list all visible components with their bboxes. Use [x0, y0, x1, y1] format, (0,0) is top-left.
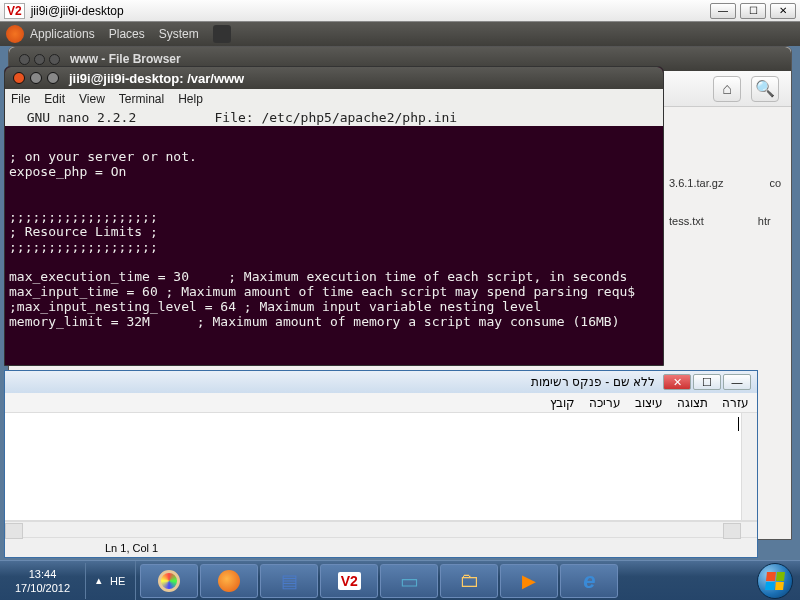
gnome-panel: Applications Places System [0, 22, 800, 46]
taskbar-paint-button[interactable] [140, 564, 198, 598]
terminal-menubar: File Edit View Terminal Help [5, 89, 663, 109]
notepad-menu-help[interactable]: עזרה [722, 396, 749, 410]
terminal-title: jii9i@jii9i-desktop: /var/www [69, 71, 244, 86]
language-indicator[interactable]: HE [110, 575, 125, 587]
mediaplayer-icon: ▶ [522, 570, 536, 592]
wordpad-icon: ▤ [281, 570, 298, 592]
folder-icon: 🗀 [459, 569, 479, 592]
notepad-menu-format[interactable]: עיצוב [635, 396, 663, 410]
fb-minimize-button[interactable] [34, 54, 45, 65]
terminal-menu-terminal[interactable]: Terminal [119, 92, 164, 106]
ubuntu-logo-icon [6, 25, 24, 43]
notepad-text-area[interactable] [5, 413, 757, 521]
gnome-menu-system[interactable]: System [159, 27, 199, 41]
notepad-minimize-button[interactable]: — [723, 374, 751, 390]
terminal-close-button[interactable] [13, 72, 25, 84]
vnc-maximize-button[interactable]: ☐ [740, 3, 766, 19]
windows-orb-icon [757, 563, 793, 599]
fb-home-button[interactable]: ⌂ [713, 76, 741, 102]
terminal-menu-file[interactable]: File [11, 92, 30, 106]
ie-icon: e [583, 568, 595, 594]
notepad-menubar: קובץ עריכה עיצוב תצוגה עזרה [5, 393, 757, 413]
terminal-menu-view[interactable]: View [79, 92, 105, 106]
notepad-title: ללא שם - פנקס רשימות [11, 375, 663, 389]
notepad-menu-file[interactable]: קובץ [550, 396, 575, 410]
vnc-titlebar: V2 jii9i@jii9i-desktop — ☐ ✕ [0, 0, 800, 22]
taskbar-ie-button[interactable]: e [560, 564, 618, 598]
file-label: tess.txt [669, 215, 704, 227]
taskbar-tray: ▴ HE [86, 561, 136, 600]
file-browser-title: www - File Browser [70, 52, 181, 66]
notepad-scrollbar-horizontal[interactable] [5, 521, 757, 537]
terminal-maximize-button[interactable] [47, 72, 59, 84]
vnc-title: jii9i@jii9i-desktop [31, 4, 124, 18]
file-label: co [769, 177, 781, 189]
start-button[interactable] [750, 561, 800, 601]
vnc-close-button[interactable]: ✕ [770, 3, 796, 19]
file-item[interactable]: 3.6.1.tar.gz co [669, 177, 791, 189]
firefox-icon [218, 570, 240, 592]
vnc-icon: V2 [338, 572, 361, 590]
terminal-titlebar[interactable]: jii9i@jii9i-desktop: /var/www [5, 67, 663, 89]
file-label: 3.6.1.tar.gz [669, 177, 723, 189]
fb-search-button[interactable]: 🔍 [751, 76, 779, 102]
terminal-minimize-button[interactable] [30, 72, 42, 84]
file-item[interactable]: tess.txt htr [669, 215, 791, 227]
fb-close-button[interactable] [19, 54, 30, 65]
paint-icon [158, 570, 180, 592]
windows-taskbar: 13:44 17/10/2012 ▴ HE ▤ V2 ▭ 🗀 ▶ e [0, 560, 800, 600]
taskbar-wordpad-button[interactable]: ▤ [260, 564, 318, 598]
notepad-menu-edit[interactable]: עריכה [589, 396, 621, 410]
gnome-menu-places[interactable]: Places [109, 27, 145, 41]
taskbar-vnc-button[interactable]: V2 [320, 564, 378, 598]
taskbar-time: 13:44 [0, 567, 85, 581]
vnc-logo: V2 [4, 3, 25, 19]
taskbar-explorer-button[interactable]: 🗀 [440, 564, 498, 598]
taskbar-firefox-button[interactable] [200, 564, 258, 598]
file-label: htr [758, 215, 771, 227]
taskbar-date: 17/10/2012 [0, 581, 85, 595]
notepad-cursor-position: Ln 1, Col 1 [105, 542, 158, 554]
terminal-menu-edit[interactable]: Edit [44, 92, 65, 106]
notepad-titlebar[interactable]: ✕ ☐ — ללא שם - פנקס רשימות [5, 371, 757, 393]
notepad-icon: ▭ [400, 569, 419, 593]
nano-status-bar: GNU nano 2.2.2 File: /etc/php5/apache2/p… [5, 109, 663, 126]
notepad-maximize-button[interactable]: ☐ [693, 374, 721, 390]
notepad-statusbar: Ln 1, Col 1 [5, 537, 757, 557]
tray-expand-icon[interactable]: ▴ [96, 574, 102, 587]
notepad-close-button[interactable]: ✕ [663, 374, 691, 390]
terminal-menu-help[interactable]: Help [178, 92, 203, 106]
firefox-launcher-icon[interactable] [213, 25, 231, 43]
vnc-minimize-button[interactable]: — [710, 3, 736, 19]
text-cursor [738, 417, 739, 431]
taskbar-clock[interactable]: 13:44 17/10/2012 [0, 563, 86, 599]
notepad-menu-view[interactable]: תצוגה [677, 396, 708, 410]
fb-maximize-button[interactable] [49, 54, 60, 65]
gnome-menu-applications[interactable]: Applications [30, 27, 95, 41]
taskbar-mediaplayer-button[interactable]: ▶ [500, 564, 558, 598]
file-item[interactable]: ph [669, 277, 791, 289]
notepad-scrollbar-vertical[interactable] [741, 413, 757, 520]
terminal-content[interactable]: ; on your server or not. expose_php = On… [5, 126, 663, 337]
terminal-window[interactable]: jii9i@jii9i-desktop: /var/www File Edit … [4, 66, 664, 366]
taskbar-notepad-button[interactable]: ▭ [380, 564, 438, 598]
taskbar-tasks: ▤ V2 ▭ 🗀 ▶ e [136, 561, 750, 600]
notepad-window[interactable]: ✕ ☐ — ללא שם - פנקס רשימות קובץ עריכה עי… [4, 370, 758, 558]
